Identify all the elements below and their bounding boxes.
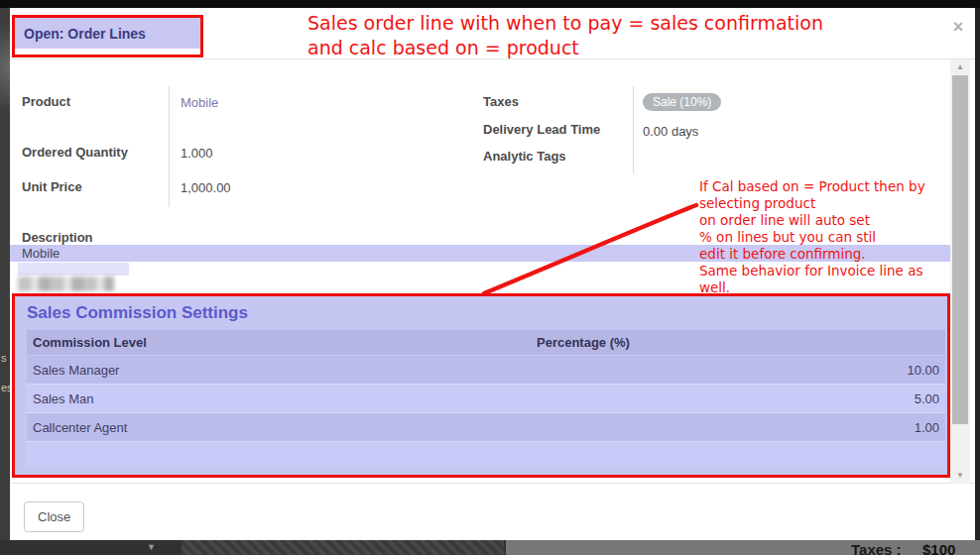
- ordered-quantity-label: Ordered Quantity: [22, 145, 128, 160]
- scrollbar-up-icon[interactable]: ▲: [950, 59, 970, 75]
- background-top-strip: [0, 0, 980, 8]
- annotation-top-line: and calc based on = product: [307, 36, 823, 60]
- analytic-tags-label: Analytic Tags: [483, 149, 566, 164]
- commission-level-cell: Callcenter Agent: [27, 420, 529, 435]
- empty-table-row: [27, 442, 945, 468]
- commission-table-header: Commission Level Percentage (%): [27, 330, 945, 356]
- percentage-column-header[interactable]: Percentage (%): [529, 335, 945, 350]
- commission-section-title: Sales Commission Settings: [15, 296, 947, 330]
- annotation-side-line: selecting product: [699, 195, 965, 212]
- commission-level-column-header[interactable]: Commission Level: [27, 335, 529, 350]
- table-row[interactable]: Callcenter Agent 1.00: [27, 413, 945, 442]
- table-row[interactable]: Sales Man 5.00: [27, 385, 945, 413]
- close-button[interactable]: Close: [24, 501, 84, 532]
- product-value[interactable]: Mobile: [181, 95, 218, 110]
- modal-footer: Close: [10, 483, 975, 540]
- field-separator: [169, 86, 170, 207]
- background-right-strip: [975, 8, 980, 540]
- percentage-cell: 10.00: [529, 363, 945, 378]
- commission-level-cell: Sales Manager: [27, 363, 529, 378]
- annotation-side: If Cal based on = Product then by select…: [699, 178, 965, 296]
- modal-title-highlight-box: Open: Order Lines: [12, 15, 203, 57]
- unit-price-value: 1,000.00: [181, 180, 231, 195]
- ordered-quantity-value: 1.000: [181, 146, 213, 161]
- percentage-cell: 1.00: [529, 420, 945, 435]
- annotation-top-line: Sales order line with when to pay = sale…: [307, 11, 823, 36]
- commission-table: Commission Level Percentage (%) Sales Ma…: [27, 330, 945, 468]
- order-lines-modal: × Open: Order Lines Sales order line wit…: [10, 8, 975, 540]
- annotation-top: Sales order line with when to pay = sale…: [307, 11, 823, 60]
- scrollbar-down-icon[interactable]: ▼: [950, 468, 970, 484]
- product-label: Product: [22, 94, 70, 109]
- modal-title: Open: Order Lines: [15, 18, 200, 49]
- description-redacted-text: [18, 277, 114, 291]
- description-label: Description: [22, 230, 93, 245]
- background-taxes-label: Taxes :: [851, 541, 902, 555]
- annotation-side-line: If Cal based on = Product then by: [699, 178, 965, 195]
- annotation-side-line: % on lines but you can stil: [699, 229, 965, 246]
- close-icon[interactable]: ×: [947, 16, 969, 38]
- background-bottom-strip: ▼ Taxes : $100: [0, 540, 980, 555]
- background-text-fragment: s: [1, 352, 7, 364]
- taxes-label: Taxes: [483, 94, 519, 109]
- delivery-lead-time-label: Delivery Lead Time: [483, 122, 600, 137]
- annotation-side-line: Same behavior for Invoice line as: [699, 263, 965, 279]
- percentage-cell: 5.00: [529, 391, 945, 406]
- dropdown-caret-icon: ▼: [147, 541, 156, 554]
- tax-badge[interactable]: Sale (10%): [643, 93, 721, 111]
- annotation-side-line: edit it before confirming.: [699, 246, 965, 263]
- commission-level-cell: Sales Man: [27, 391, 529, 406]
- table-row[interactable]: Sales Manager 10.00: [27, 356, 945, 385]
- description-highlight-fragment: [18, 263, 129, 276]
- background-text-fragment: es: [1, 382, 10, 393]
- field-separator: [633, 86, 634, 173]
- screen: { "modal": { "title": "Open: Order Lines…: [0, 0, 980, 555]
- background-left-strip: s es: [0, 8, 10, 540]
- background-hatched-area: [182, 540, 504, 555]
- delivery-lead-time-value: 0.00 days: [643, 124, 698, 139]
- annotation-side-line: on order line will auto set: [699, 212, 965, 229]
- sales-commission-section: Sales Commission Settings Commission Lev…: [12, 293, 950, 478]
- background-taxes-value: $100: [922, 541, 955, 555]
- unit-price-label: Unit Price: [22, 179, 82, 194]
